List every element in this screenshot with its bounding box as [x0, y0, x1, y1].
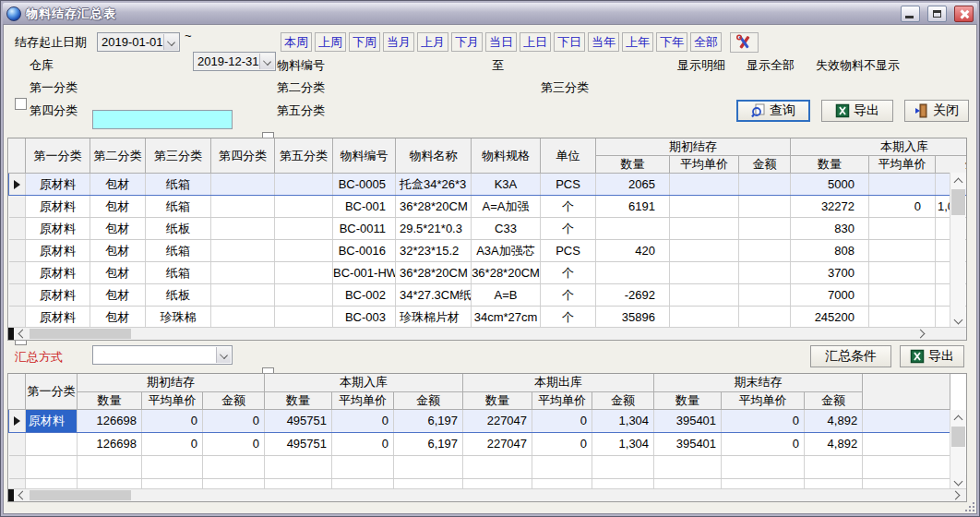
- grid-cell[interactable]: [142, 455, 203, 478]
- grid-cell[interactable]: K3A: [472, 174, 541, 196]
- titlebar[interactable]: 物料结存汇总表: [3, 3, 977, 24]
- period-button-4[interactable]: 上月: [417, 32, 448, 52]
- grid-cell[interactable]: [863, 455, 950, 478]
- grid-cell[interactable]: 6,197: [394, 409, 463, 432]
- grid-cell[interactable]: 0: [532, 432, 592, 455]
- grid-cell[interactable]: 包材: [90, 284, 146, 307]
- grid-cell[interactable]: 包材: [90, 174, 146, 196]
- grid-cell[interactable]: [203, 455, 265, 478]
- bottom-grid-vscrollbar[interactable]: [950, 410, 965, 490]
- scroll-left-icon[interactable]: [14, 489, 30, 501]
- date-to-combo[interactable]: 2019-12-31: [193, 52, 276, 71]
- grid-cell[interactable]: 纸箱: [146, 196, 211, 218]
- period-button-3[interactable]: 当月: [383, 32, 414, 52]
- scroll-left-icon[interactable]: [14, 328, 30, 340]
- grid-cell[interactable]: PCS: [541, 240, 596, 262]
- grid-cell[interactable]: 0: [532, 409, 592, 432]
- row-marker[interactable]: [9, 409, 26, 432]
- grid-cell[interactable]: [739, 262, 791, 284]
- grid-cell[interactable]: 5000: [791, 174, 869, 196]
- grid-cell[interactable]: BC-0005: [333, 174, 396, 196]
- grid-cell[interactable]: [275, 174, 333, 196]
- grid-cell[interactable]: A3A加强芯: [472, 240, 541, 262]
- grid-cell[interactable]: 包材: [90, 196, 146, 218]
- table-row[interactable]: 原材料1266980049575106,19722704701,30439540…: [9, 409, 950, 432]
- summary-condition-button[interactable]: 汇总条件: [810, 345, 891, 367]
- grid-cell[interactable]: 原材料: [26, 409, 78, 432]
- grid-cell[interactable]: 0: [203, 432, 265, 455]
- row-marker[interactable]: [9, 218, 26, 240]
- grid-cell[interactable]: [265, 455, 332, 478]
- grid-cell[interactable]: 35896: [596, 307, 670, 329]
- grid-cell[interactable]: [275, 262, 333, 284]
- scroll-up-icon[interactable]: [950, 173, 966, 188]
- period-button-2[interactable]: 下周: [349, 32, 380, 52]
- grid-cell[interactable]: 托盒34*26*3: [396, 174, 472, 196]
- period-button-5[interactable]: 下月: [451, 32, 483, 52]
- grid-cell[interactable]: 个: [541, 196, 596, 218]
- grid-cell[interactable]: [211, 174, 275, 196]
- grid-cell[interactable]: 34*27.3CM纸: [396, 284, 472, 307]
- main-grid-hscrollbar[interactable]: [8, 327, 966, 340]
- grid-cell[interactable]: [739, 240, 791, 262]
- grid-cell[interactable]: [78, 455, 142, 478]
- grid-cell[interactable]: [275, 196, 333, 218]
- grid-cell[interactable]: [670, 284, 739, 307]
- grid-cell[interactable]: [332, 455, 394, 478]
- grid-cell[interactable]: 36*28*20CM: [396, 262, 472, 284]
- grid-cell[interactable]: [805, 455, 863, 478]
- query-button[interactable]: 查询: [736, 100, 810, 122]
- table-row[interactable]: 原材料包材纸板BC-001129.5*21*0.3C33个830: [9, 218, 968, 240]
- grid-cell[interactable]: 495751: [265, 432, 332, 455]
- grid-cell[interactable]: [869, 307, 936, 329]
- grid-cell[interactable]: [739, 284, 791, 307]
- bottom-grid-hthumb[interactable]: [30, 490, 131, 500]
- grid-cell[interactable]: 36*28*20CM: [472, 262, 541, 284]
- grid-cell[interactable]: 1,304: [592, 432, 654, 455]
- row-marker[interactable]: [9, 455, 26, 478]
- tools-button[interactable]: [730, 32, 759, 53]
- bottom-grid-hscrollbar[interactable]: [8, 488, 966, 501]
- grid-cell[interactable]: [211, 218, 275, 240]
- grid-cell[interactable]: 个: [541, 284, 596, 307]
- grid-cell[interactable]: 6191: [596, 196, 670, 218]
- row-marker[interactable]: [9, 284, 26, 307]
- grid-cell[interactable]: 包材: [90, 218, 146, 240]
- scroll-up-icon[interactable]: [950, 410, 966, 426]
- grid-cell[interactable]: [869, 284, 936, 307]
- grid-cell[interactable]: 126698: [78, 432, 142, 455]
- grid-cell[interactable]: 420: [596, 240, 670, 262]
- cat4-combo[interactable]: [92, 345, 233, 365]
- scroll-right-icon[interactable]: [915, 328, 931, 340]
- grid-cell[interactable]: [532, 455, 592, 478]
- chevron-down-icon[interactable]: [259, 54, 274, 69]
- row-marker[interactable]: [9, 196, 26, 218]
- grid-cell[interactable]: [670, 240, 739, 262]
- table-row[interactable]: 原材料包材纸箱BC-001-HW36*28*20CM36*28*20CM个370…: [9, 262, 968, 284]
- grid-cell[interactable]: 纸箱: [146, 174, 211, 196]
- maximize-button[interactable]: [927, 6, 947, 22]
- grid-cell[interactable]: 0: [869, 196, 936, 218]
- date-from-combo[interactable]: 2019-01-01: [97, 32, 180, 52]
- grid-cell[interactable]: [26, 432, 78, 455]
- grid-cell[interactable]: [592, 455, 654, 478]
- grid-cell[interactable]: BC-001-HW: [333, 262, 396, 284]
- grid-cell[interactable]: 3700: [791, 262, 869, 284]
- grid-cell[interactable]: [670, 307, 739, 329]
- chevron-down-icon[interactable]: [163, 34, 178, 50]
- grid-cell[interactable]: BC-002: [333, 284, 396, 307]
- grid-cell[interactable]: 原材料: [26, 307, 90, 329]
- table-row[interactable]: 原材料包材珍珠棉BC-003珍珠棉片材34cm*27cm个35896245200: [9, 307, 968, 329]
- grid-cell[interactable]: [869, 218, 936, 240]
- period-button-12[interactable]: 全部: [690, 32, 722, 52]
- grid-cell[interactable]: 包材: [90, 307, 146, 329]
- main-grid-vscrollbar[interactable]: [950, 173, 965, 329]
- grid-cell[interactable]: 830: [791, 218, 869, 240]
- grid-cell[interactable]: [275, 307, 333, 329]
- grid-cell[interactable]: 4,892: [805, 409, 863, 432]
- table-row[interactable]: 原材料包材纸板BC-00234*27.3CM纸A=B个-26927000: [9, 284, 968, 307]
- grid-cell[interactable]: 原材料: [26, 284, 90, 307]
- period-button-10[interactable]: 上年: [622, 32, 653, 52]
- grid-cell[interactable]: 原材料: [26, 240, 90, 262]
- grid-cell[interactable]: 0: [332, 432, 394, 455]
